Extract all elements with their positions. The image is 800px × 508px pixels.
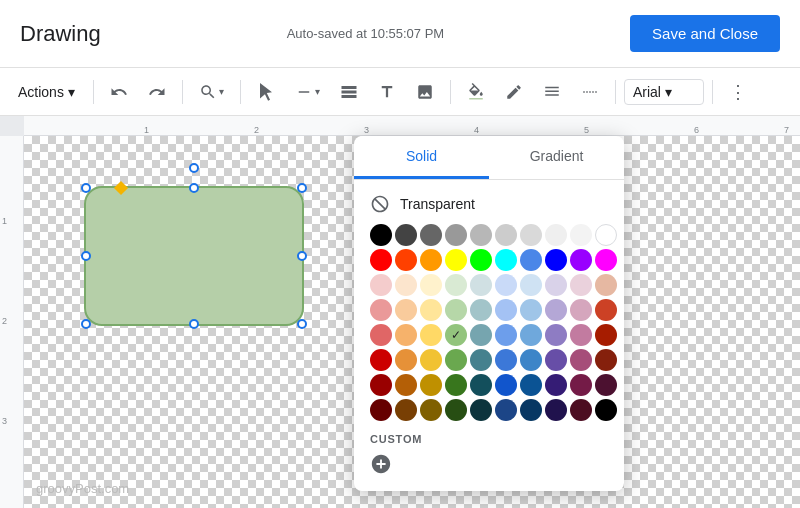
- select-button[interactable]: [249, 77, 283, 107]
- color-swatch[interactable]: [595, 324, 617, 346]
- font-selector[interactable]: Arial ▾: [624, 79, 704, 105]
- color-swatch[interactable]: [495, 399, 517, 421]
- color-swatch[interactable]: [520, 399, 542, 421]
- color-swatch[interactable]: [445, 299, 467, 321]
- drawing-canvas[interactable]: groovyPost.com ☞ Solid Gradient Transpar…: [24, 136, 800, 508]
- color-swatch[interactable]: [420, 224, 442, 246]
- color-swatch[interactable]: [470, 249, 492, 271]
- handle-mid-right[interactable]: [297, 251, 307, 261]
- tab-gradient[interactable]: Gradient: [489, 136, 624, 179]
- color-swatch[interactable]: [570, 274, 592, 296]
- color-swatch[interactable]: [520, 274, 542, 296]
- color-swatch[interactable]: [595, 224, 617, 246]
- color-swatch[interactable]: [570, 399, 592, 421]
- color-swatch[interactable]: [570, 374, 592, 396]
- color-swatch[interactable]: [445, 374, 467, 396]
- handle-bot-mid[interactable]: [189, 319, 199, 329]
- color-swatch[interactable]: [395, 349, 417, 371]
- color-swatch[interactable]: [495, 224, 517, 246]
- color-swatch[interactable]: [445, 324, 467, 346]
- color-swatch[interactable]: [595, 274, 617, 296]
- color-swatch[interactable]: [545, 224, 567, 246]
- line-button[interactable]: ▾: [287, 77, 328, 107]
- color-swatch[interactable]: [370, 224, 392, 246]
- color-swatch[interactable]: [495, 274, 517, 296]
- color-swatch[interactable]: [470, 324, 492, 346]
- handle-top-mid[interactable]: [189, 183, 199, 193]
- color-swatch[interactable]: [370, 324, 392, 346]
- color-swatch[interactable]: [545, 349, 567, 371]
- color-swatch[interactable]: [370, 249, 392, 271]
- color-swatch[interactable]: [520, 349, 542, 371]
- color-swatch[interactable]: [595, 249, 617, 271]
- border-dash-button[interactable]: [573, 77, 607, 107]
- color-swatch[interactable]: [545, 299, 567, 321]
- handle-bot-left[interactable]: [81, 319, 91, 329]
- color-swatch[interactable]: [495, 249, 517, 271]
- color-swatch[interactable]: [595, 374, 617, 396]
- color-swatch[interactable]: [370, 349, 392, 371]
- color-swatch[interactable]: [470, 224, 492, 246]
- border-weight-button[interactable]: [535, 77, 569, 107]
- color-swatch[interactable]: [420, 324, 442, 346]
- color-swatch[interactable]: [445, 399, 467, 421]
- color-swatch[interactable]: [395, 324, 417, 346]
- color-swatch[interactable]: [470, 374, 492, 396]
- handle-bot-right[interactable]: [297, 319, 307, 329]
- add-custom-color-button[interactable]: [354, 445, 624, 475]
- color-swatch[interactable]: [445, 249, 467, 271]
- color-swatch[interactable]: [395, 274, 417, 296]
- color-swatch[interactable]: [420, 374, 442, 396]
- color-swatch[interactable]: [595, 399, 617, 421]
- shape-button[interactable]: [332, 77, 366, 107]
- color-swatch[interactable]: [445, 274, 467, 296]
- transparent-option[interactable]: Transparent: [354, 188, 624, 224]
- handle-rotate[interactable]: [189, 163, 199, 173]
- tab-solid[interactable]: Solid: [354, 136, 489, 179]
- actions-menu-button[interactable]: Actions ▾: [8, 78, 85, 106]
- color-swatch[interactable]: [420, 299, 442, 321]
- handle-top-left[interactable]: [81, 183, 91, 193]
- shape-rounded-rect[interactable]: [84, 186, 304, 326]
- color-swatch[interactable]: [495, 374, 517, 396]
- color-swatch[interactable]: [495, 349, 517, 371]
- color-swatch[interactable]: [370, 374, 392, 396]
- zoom-button[interactable]: ▾: [191, 77, 232, 107]
- more-options-button[interactable]: ⋮: [721, 75, 755, 109]
- color-swatch[interactable]: [420, 274, 442, 296]
- color-swatch[interactable]: [395, 249, 417, 271]
- image-button[interactable]: [408, 77, 442, 107]
- color-swatch[interactable]: [520, 324, 542, 346]
- handle-top-right[interactable]: [297, 183, 307, 193]
- color-swatch[interactable]: [495, 299, 517, 321]
- handle-mid-left[interactable]: [81, 251, 91, 261]
- color-swatch[interactable]: [520, 249, 542, 271]
- color-swatch[interactable]: [495, 324, 517, 346]
- undo-button[interactable]: [102, 77, 136, 107]
- color-swatch[interactable]: [370, 399, 392, 421]
- color-swatch[interactable]: [545, 399, 567, 421]
- color-swatch[interactable]: [545, 324, 567, 346]
- color-swatch[interactable]: [420, 349, 442, 371]
- color-swatch[interactable]: [470, 274, 492, 296]
- color-swatch[interactable]: [420, 399, 442, 421]
- color-swatch[interactable]: [445, 224, 467, 246]
- color-swatch[interactable]: [370, 299, 392, 321]
- color-swatch[interactable]: [545, 374, 567, 396]
- color-swatch[interactable]: [595, 349, 617, 371]
- color-swatch[interactable]: [520, 374, 542, 396]
- color-swatch[interactable]: [395, 299, 417, 321]
- text-button[interactable]: [370, 77, 404, 107]
- color-swatch[interactable]: [545, 249, 567, 271]
- color-swatch[interactable]: [395, 374, 417, 396]
- color-swatch[interactable]: [520, 299, 542, 321]
- fill-color-button[interactable]: [459, 77, 493, 107]
- color-swatch[interactable]: [470, 399, 492, 421]
- color-swatch[interactable]: [545, 274, 567, 296]
- redo-button[interactable]: [140, 77, 174, 107]
- color-swatch[interactable]: [595, 299, 617, 321]
- color-swatch[interactable]: [370, 274, 392, 296]
- color-swatch[interactable]: [570, 299, 592, 321]
- save-close-button[interactable]: Save and Close: [630, 15, 780, 52]
- color-swatch[interactable]: [570, 324, 592, 346]
